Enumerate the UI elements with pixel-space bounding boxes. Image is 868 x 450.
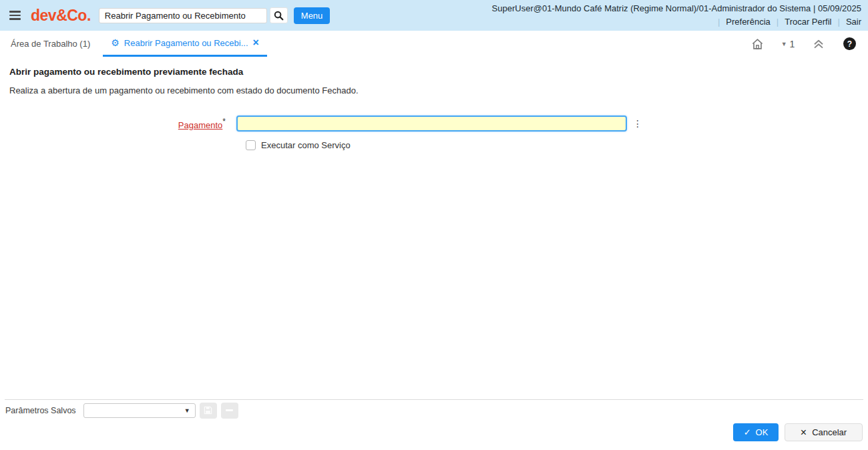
run-as-service-row: Executar como Serviço — [246, 140, 859, 150]
tab-bar: Área de Trabalho (1) ⚙ Reabrir Pagamento… — [0, 31, 868, 57]
caret-down-icon: ▼ — [781, 41, 787, 47]
app-logo: dev&Co. — [31, 7, 91, 25]
top-header: dev&Co. Menu SuperUser@01-Mundo Café Mat… — [0, 0, 868, 31]
combobox-caret-icon[interactable]: ▼ — [184, 407, 190, 413]
logout-link[interactable]: Sair — [846, 15, 861, 29]
active-tab-label: Reabrir Pagamento ou Recebi... — [124, 38, 248, 48]
tab-active-process[interactable]: ⚙ Reabrir Pagamento ou Recebi... × — [103, 31, 267, 57]
required-marker: * — [222, 117, 226, 126]
link-separator: | — [837, 15, 839, 29]
more-options-icon[interactable]: ⋮ — [633, 119, 642, 128]
collapse-header-button[interactable] — [803, 39, 834, 49]
ok-button-label: OK — [756, 427, 769, 437]
save-icon — [204, 406, 212, 415]
open-windows-selector[interactable]: ▼ 1 — [773, 39, 803, 49]
saved-parameters-combobox[interactable]: ▼ — [83, 403, 196, 418]
run-as-service-checkbox[interactable] — [246, 140, 256, 150]
delete-parameters-button[interactable] — [221, 403, 238, 419]
tab-close-icon[interactable]: × — [253, 37, 259, 48]
cancel-button[interactable]: × Cancelar — [785, 423, 863, 441]
help-button[interactable]: ? — [843, 37, 856, 50]
process-title: Abrir pagamento ou recebimento previamen… — [9, 67, 859, 77]
saved-parameters-row: Parâmetros Salvos ▼ — [0, 400, 868, 421]
minus-icon — [226, 409, 233, 411]
process-description: Realiza a abertura de um pagamento ou re… — [9, 85, 859, 95]
saved-parameters-label: Parâmetros Salvos — [5, 406, 76, 415]
tab-workspace[interactable]: Área de Trabalho (1) — [9, 31, 91, 57]
home-icon — [751, 38, 764, 50]
pagamento-input[interactable] — [236, 116, 627, 132]
run-as-service-label: Executar como Serviço — [261, 140, 351, 150]
change-role-link[interactable]: Trocar Perfil — [785, 15, 831, 29]
search-icon — [274, 11, 284, 21]
menu-button[interactable]: Menu — [294, 7, 331, 24]
home-button[interactable] — [742, 38, 773, 50]
save-parameters-button[interactable] — [200, 403, 217, 419]
pagamento-field-label[interactable]: Pagamento — [178, 120, 223, 130]
check-icon: ✓ — [744, 428, 751, 437]
session-user-info: SuperUser@01-Mundo Café Matriz (Regime N… — [492, 2, 861, 15]
pagamento-field-cell: ⋮ — [236, 116, 642, 132]
process-gear-icon: ⚙ — [111, 38, 120, 47]
hamburger-menu-icon[interactable] — [9, 11, 21, 20]
link-separator: | — [718, 15, 720, 29]
pagamento-label-cell: Pagamento* — [9, 116, 226, 131]
session-info-block: SuperUser@01-Mundo Café Matriz (Regime N… — [492, 2, 861, 29]
pagamento-form-row: Pagamento* ⋮ — [9, 116, 859, 132]
process-footer: Parâmetros Salvos ▼ ✓ OK × Cancelar — [0, 399, 868, 450]
process-panel: Abrir pagamento ou recebimento previamen… — [0, 67, 868, 150]
search-button[interactable] — [270, 7, 288, 23]
cancel-button-label: Cancelar — [812, 427, 847, 437]
dialog-actions: ✓ OK × Cancelar — [0, 421, 868, 450]
double-chevron-up-icon — [813, 39, 825, 49]
ok-button[interactable]: ✓ OK — [733, 423, 779, 441]
close-icon: × — [801, 427, 807, 438]
open-windows-count: 1 — [790, 39, 795, 49]
preferences-link[interactable]: Preferência — [726, 15, 770, 29]
link-separator: | — [777, 15, 779, 29]
global-search-input[interactable] — [99, 8, 267, 23]
tabbar-actions: ▼ 1 ? — [742, 31, 859, 57]
